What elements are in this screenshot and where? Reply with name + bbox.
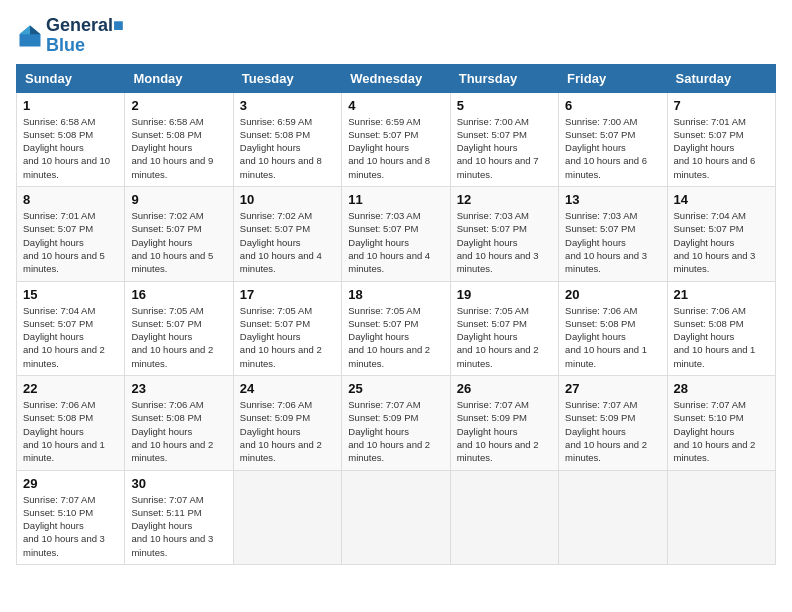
- day-info: Sunrise: 7:06 AM Sunset: 5:08 PM Dayligh…: [23, 399, 105, 463]
- header: General■ Blue: [16, 16, 776, 56]
- day-number: 16: [131, 287, 226, 302]
- day-number: 8: [23, 192, 118, 207]
- day-info: Sunrise: 7:03 AM Sunset: 5:07 PM Dayligh…: [348, 210, 430, 274]
- day-info: Sunrise: 7:05 AM Sunset: 5:07 PM Dayligh…: [131, 305, 213, 369]
- day-info: Sunrise: 6:58 AM Sunset: 5:08 PM Dayligh…: [23, 116, 110, 180]
- week-row-4: 22 Sunrise: 7:06 AM Sunset: 5:08 PM Dayl…: [17, 376, 776, 470]
- day-cell: [233, 470, 341, 564]
- day-cell: 25 Sunrise: 7:07 AM Sunset: 5:09 PM Dayl…: [342, 376, 450, 470]
- day-cell: 6 Sunrise: 7:00 AM Sunset: 5:07 PM Dayli…: [559, 92, 667, 186]
- day-info: Sunrise: 6:59 AM Sunset: 5:08 PM Dayligh…: [240, 116, 322, 180]
- day-info: Sunrise: 7:07 AM Sunset: 5:09 PM Dayligh…: [348, 399, 430, 463]
- day-cell: 11 Sunrise: 7:03 AM Sunset: 5:07 PM Dayl…: [342, 187, 450, 281]
- day-number: 13: [565, 192, 660, 207]
- day-cell: 30 Sunrise: 7:07 AM Sunset: 5:11 PM Dayl…: [125, 470, 233, 564]
- day-cell: 8 Sunrise: 7:01 AM Sunset: 5:07 PM Dayli…: [17, 187, 125, 281]
- day-cell: 24 Sunrise: 7:06 AM Sunset: 5:09 PM Dayl…: [233, 376, 341, 470]
- day-info: Sunrise: 7:06 AM Sunset: 5:08 PM Dayligh…: [131, 399, 213, 463]
- day-info: Sunrise: 7:02 AM Sunset: 5:07 PM Dayligh…: [240, 210, 322, 274]
- day-cell: 14 Sunrise: 7:04 AM Sunset: 5:07 PM Dayl…: [667, 187, 775, 281]
- day-info: Sunrise: 7:07 AM Sunset: 5:11 PM Dayligh…: [131, 494, 213, 558]
- day-cell: 15 Sunrise: 7:04 AM Sunset: 5:07 PM Dayl…: [17, 281, 125, 375]
- calendar-table: SundayMondayTuesdayWednesdayThursdayFrid…: [16, 64, 776, 565]
- day-number: 14: [674, 192, 769, 207]
- day-cell: 2 Sunrise: 6:58 AM Sunset: 5:08 PM Dayli…: [125, 92, 233, 186]
- day-cell: 5 Sunrise: 7:00 AM Sunset: 5:07 PM Dayli…: [450, 92, 558, 186]
- calendar-body: 1 Sunrise: 6:58 AM Sunset: 5:08 PM Dayli…: [17, 92, 776, 564]
- day-info: Sunrise: 7:02 AM Sunset: 5:07 PM Dayligh…: [131, 210, 213, 274]
- day-info: Sunrise: 7:03 AM Sunset: 5:07 PM Dayligh…: [565, 210, 647, 274]
- day-info: Sunrise: 7:05 AM Sunset: 5:07 PM Dayligh…: [348, 305, 430, 369]
- day-number: 5: [457, 98, 552, 113]
- day-header-tuesday: Tuesday: [233, 64, 341, 92]
- day-info: Sunrise: 7:04 AM Sunset: 5:07 PM Dayligh…: [23, 305, 105, 369]
- day-info: Sunrise: 7:07 AM Sunset: 5:10 PM Dayligh…: [674, 399, 756, 463]
- day-info: Sunrise: 7:07 AM Sunset: 5:09 PM Dayligh…: [565, 399, 647, 463]
- day-cell: 27 Sunrise: 7:07 AM Sunset: 5:09 PM Dayl…: [559, 376, 667, 470]
- day-number: 18: [348, 287, 443, 302]
- day-number: 27: [565, 381, 660, 396]
- day-cell: 17 Sunrise: 7:05 AM Sunset: 5:07 PM Dayl…: [233, 281, 341, 375]
- day-cell: 18 Sunrise: 7:05 AM Sunset: 5:07 PM Dayl…: [342, 281, 450, 375]
- day-info: Sunrise: 6:59 AM Sunset: 5:07 PM Dayligh…: [348, 116, 430, 180]
- day-header-wednesday: Wednesday: [342, 64, 450, 92]
- day-info: Sunrise: 7:05 AM Sunset: 5:07 PM Dayligh…: [240, 305, 322, 369]
- day-cell: [450, 470, 558, 564]
- day-number: 26: [457, 381, 552, 396]
- day-cell: 4 Sunrise: 6:59 AM Sunset: 5:07 PM Dayli…: [342, 92, 450, 186]
- day-info: Sunrise: 7:00 AM Sunset: 5:07 PM Dayligh…: [457, 116, 539, 180]
- day-number: 3: [240, 98, 335, 113]
- day-header-thursday: Thursday: [450, 64, 558, 92]
- day-cell: 3 Sunrise: 6:59 AM Sunset: 5:08 PM Dayli…: [233, 92, 341, 186]
- day-number: 28: [674, 381, 769, 396]
- day-number: 9: [131, 192, 226, 207]
- day-number: 12: [457, 192, 552, 207]
- day-number: 23: [131, 381, 226, 396]
- day-info: Sunrise: 7:07 AM Sunset: 5:10 PM Dayligh…: [23, 494, 105, 558]
- day-info: Sunrise: 7:06 AM Sunset: 5:08 PM Dayligh…: [565, 305, 647, 369]
- day-cell: 22 Sunrise: 7:06 AM Sunset: 5:08 PM Dayl…: [17, 376, 125, 470]
- week-row-5: 29 Sunrise: 7:07 AM Sunset: 5:10 PM Dayl…: [17, 470, 776, 564]
- day-number: 29: [23, 476, 118, 491]
- day-number: 19: [457, 287, 552, 302]
- day-cell: 12 Sunrise: 7:03 AM Sunset: 5:07 PM Dayl…: [450, 187, 558, 281]
- day-number: 22: [23, 381, 118, 396]
- day-info: Sunrise: 7:00 AM Sunset: 5:07 PM Dayligh…: [565, 116, 647, 180]
- day-cell: 10 Sunrise: 7:02 AM Sunset: 5:07 PM Dayl…: [233, 187, 341, 281]
- day-header-friday: Friday: [559, 64, 667, 92]
- day-info: Sunrise: 7:01 AM Sunset: 5:07 PM Dayligh…: [23, 210, 105, 274]
- svg-marker-3: [20, 25, 31, 34]
- calendar-header-row: SundayMondayTuesdayWednesdayThursdayFrid…: [17, 64, 776, 92]
- day-number: 20: [565, 287, 660, 302]
- day-number: 7: [674, 98, 769, 113]
- day-info: Sunrise: 7:07 AM Sunset: 5:09 PM Dayligh…: [457, 399, 539, 463]
- day-number: 4: [348, 98, 443, 113]
- day-info: Sunrise: 7:06 AM Sunset: 5:08 PM Dayligh…: [674, 305, 756, 369]
- day-cell: 19 Sunrise: 7:05 AM Sunset: 5:07 PM Dayl…: [450, 281, 558, 375]
- day-number: 1: [23, 98, 118, 113]
- day-info: Sunrise: 7:06 AM Sunset: 5:09 PM Dayligh…: [240, 399, 322, 463]
- day-cell: [342, 470, 450, 564]
- day-cell: [667, 470, 775, 564]
- day-cell: 1 Sunrise: 6:58 AM Sunset: 5:08 PM Dayli…: [17, 92, 125, 186]
- day-number: 30: [131, 476, 226, 491]
- day-number: 24: [240, 381, 335, 396]
- day-cell: 28 Sunrise: 7:07 AM Sunset: 5:10 PM Dayl…: [667, 376, 775, 470]
- day-cell: 20 Sunrise: 7:06 AM Sunset: 5:08 PM Dayl…: [559, 281, 667, 375]
- day-info: Sunrise: 7:03 AM Sunset: 5:07 PM Dayligh…: [457, 210, 539, 274]
- day-number: 17: [240, 287, 335, 302]
- day-info: Sunrise: 7:01 AM Sunset: 5:07 PM Dayligh…: [674, 116, 756, 180]
- day-number: 25: [348, 381, 443, 396]
- day-info: Sunrise: 7:05 AM Sunset: 5:07 PM Dayligh…: [457, 305, 539, 369]
- day-header-sunday: Sunday: [17, 64, 125, 92]
- day-header-monday: Monday: [125, 64, 233, 92]
- week-row-3: 15 Sunrise: 7:04 AM Sunset: 5:07 PM Dayl…: [17, 281, 776, 375]
- logo-text: General■ Blue: [46, 16, 124, 56]
- day-cell: 26 Sunrise: 7:07 AM Sunset: 5:09 PM Dayl…: [450, 376, 558, 470]
- week-row-1: 1 Sunrise: 6:58 AM Sunset: 5:08 PM Dayli…: [17, 92, 776, 186]
- svg-marker-2: [30, 25, 41, 34]
- day-info: Sunrise: 7:04 AM Sunset: 5:07 PM Dayligh…: [674, 210, 756, 274]
- day-cell: 23 Sunrise: 7:06 AM Sunset: 5:08 PM Dayl…: [125, 376, 233, 470]
- day-cell: 29 Sunrise: 7:07 AM Sunset: 5:10 PM Dayl…: [17, 470, 125, 564]
- day-cell: 16 Sunrise: 7:05 AM Sunset: 5:07 PM Dayl…: [125, 281, 233, 375]
